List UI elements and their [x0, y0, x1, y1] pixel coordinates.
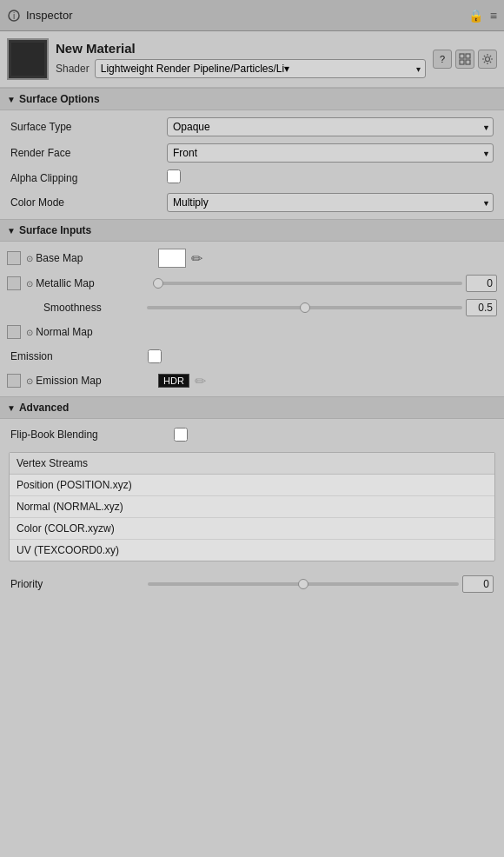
title-bar-left: i Inspector: [7, 9, 72, 23]
priority-slider-thumb[interactable]: [298, 579, 308, 589]
render-face-row: Render Face Front Back Both ▾: [0, 140, 504, 166]
metallic-map-controls: 0: [158, 275, 497, 292]
vs-item-normal: Normal (NORMAL.xyz): [10, 496, 494, 518]
material-name: New Material: [56, 41, 426, 56]
surface-inputs-content: ⊙ Base Map ✏ ⊙ Metallic Map 0 Smoothness…: [0, 242, 504, 396]
title-bar: i Inspector 🔒 ≡: [0, 0, 504, 31]
vs-normal-label: Normal (NORMAL.xyz): [17, 501, 123, 513]
base-map-label: ⊙ Base Map: [24, 252, 155, 264]
shader-dropdown-wrapper[interactable]: Lightweight Render Pipeline/Particles/Li…: [95, 59, 426, 78]
surface-type-dropdown-wrapper[interactable]: Opaque Transparent ▾: [167, 117, 494, 136]
svg-point-6: [486, 57, 490, 62]
material-info: New Material Shader Lightweight Render P…: [56, 41, 426, 78]
alpha-clipping-checkbox[interactable]: [167, 169, 181, 183]
vertex-streams-header: Vertex Streams: [10, 453, 494, 475]
layout-button[interactable]: [455, 50, 474, 69]
color-mode-label: Color Mode: [10, 196, 167, 209]
smoothness-slider-track[interactable]: [147, 306, 462, 309]
normal-map-dot-icon: ⊙: [26, 328, 33, 337]
surface-options-header[interactable]: ▼ Surface Options: [0, 88, 504, 110]
material-header: New Material Shader Lightweight Render P…: [0, 31, 504, 88]
render-face-label: Render Face: [10, 147, 167, 159]
metallic-map-label: ⊙ Metallic Map: [24, 277, 155, 289]
metallic-map-slider-track[interactable]: [158, 282, 462, 285]
flipbook-label: Flip-Book Blending: [10, 428, 167, 441]
surface-options-content: Surface Type Opaque Transparent ▾ Render…: [0, 110, 504, 219]
color-mode-row: Color Mode Multiply Additive Subtractive…: [0, 189, 504, 216]
advanced-header[interactable]: ▼ Advanced: [0, 396, 504, 419]
vertex-streams-box: Vertex Streams Position (POSITION.xyz) N…: [9, 452, 495, 561]
color-mode-dropdown-wrapper[interactable]: Multiply Additive Subtractive Overlay Co…: [167, 193, 494, 212]
smoothness-value[interactable]: 0.5: [466, 299, 497, 316]
emission-row: Emission: [0, 344, 504, 369]
svg-text:i: i: [13, 11, 15, 21]
base-map-checkbox[interactable]: [7, 251, 21, 265]
vs-item-position: Position (POSITION.xyz): [10, 475, 494, 496]
advanced-arrow: ▼: [7, 403, 16, 413]
priority-controls: 0: [148, 575, 494, 593]
alpha-clipping-label: Alpha Clipping: [10, 172, 167, 184]
priority-slider-track[interactable]: [148, 582, 459, 586]
flipbook-checkbox[interactable]: [174, 428, 188, 442]
color-mode-dropdown[interactable]: Multiply Additive Subtractive Overlay Co…: [167, 193, 494, 212]
base-map-pencil-icon[interactable]: ✏: [191, 250, 202, 267]
base-map-row: ⊙ Base Map ✏: [0, 245, 504, 271]
flipbook-row: Flip-Book Blending: [0, 422, 504, 447]
vs-color-label: Color (COLOR.xyzw): [17, 522, 115, 535]
inspector-title: Inspector: [26, 9, 72, 22]
lock-icon[interactable]: 🔒: [468, 9, 483, 23]
emission-map-checkbox[interactable]: [7, 374, 21, 388]
surface-type-dropdown[interactable]: Opaque Transparent: [167, 117, 494, 136]
normal-map-checkbox[interactable]: [7, 325, 21, 339]
priority-value[interactable]: 0: [462, 575, 494, 593]
alpha-clipping-value: [167, 169, 494, 186]
material-actions: ?: [433, 50, 497, 69]
smoothness-slider-thumb[interactable]: [300, 302, 310, 313]
surface-inputs-header[interactable]: ▼ Surface Inputs: [0, 219, 504, 242]
settings-button[interactable]: [478, 50, 497, 69]
smoothness-controls: 0.5: [147, 299, 497, 316]
material-preview: [7, 38, 49, 80]
material-preview-inner: [11, 43, 44, 76]
surface-type-label: Surface Type: [10, 121, 167, 133]
alpha-clipping-row: Alpha Clipping: [0, 166, 504, 189]
surface-type-row: Surface Type Opaque Transparent ▾: [0, 114, 504, 140]
vs-item-color: Color (COLOR.xyzw): [10, 518, 494, 540]
emission-map-row: ⊙ Emission Map HDR ✏: [0, 369, 504, 393]
material-shader-row: Shader Lightweight Render Pipeline/Parti…: [56, 59, 426, 78]
surface-options-label: Surface Options: [19, 93, 100, 105]
title-bar-actions: 🔒 ≡: [468, 9, 497, 23]
vs-position-label: Position (POSITION.xyz): [17, 479, 132, 491]
emission-checkbox[interactable]: [148, 349, 162, 363]
render-face-dropdown-wrapper[interactable]: Front Back Both ▾: [167, 143, 494, 163]
base-map-dot-icon: ⊙: [26, 254, 33, 263]
metallic-map-value[interactable]: 0: [466, 275, 497, 292]
svg-rect-4: [460, 60, 464, 64]
vs-item-uv: UV (TEXCOORD0.xy): [10, 540, 494, 561]
priority-label: Priority: [10, 578, 141, 590]
emission-map-pencil-icon[interactable]: ✏: [195, 373, 206, 389]
surface-options-arrow: ▼: [7, 95, 16, 104]
shader-label: Shader: [56, 63, 90, 75]
help-button[interactable]: ?: [433, 50, 452, 69]
emission-map-dot-icon: ⊙: [26, 376, 33, 386]
inspector-icon: i: [7, 9, 21, 23]
metallic-map-dot-icon: ⊙: [26, 279, 33, 289]
menu-icon[interactable]: ≡: [490, 9, 497, 23]
render-face-dropdown[interactable]: Front Back Both: [167, 143, 494, 163]
normal-map-label: ⊙ Normal Map: [24, 326, 155, 338]
advanced-content: Flip-Book Blending Vertex Streams Positi…: [0, 419, 504, 605]
emission-label: Emission: [10, 350, 141, 362]
metallic-map-slider-thumb[interactable]: [153, 278, 163, 289]
metallic-map-checkbox[interactable]: [7, 276, 21, 290]
base-map-color-swatch[interactable]: [158, 249, 186, 268]
priority-row: Priority 0: [0, 567, 504, 601]
shader-dropdown[interactable]: Lightweight Render Pipeline/Particles/Li…: [95, 59, 426, 78]
svg-rect-5: [466, 60, 470, 64]
svg-rect-2: [460, 54, 464, 58]
normal-map-row: ⊙ Normal Map: [0, 320, 504, 344]
vs-uv-label: UV (TEXCOORD0.xy): [17, 544, 119, 556]
smoothness-row: Smoothness 0.5: [0, 296, 504, 320]
hdr-badge[interactable]: HDR: [158, 374, 189, 388]
base-map-controls: ✏: [158, 249, 497, 268]
